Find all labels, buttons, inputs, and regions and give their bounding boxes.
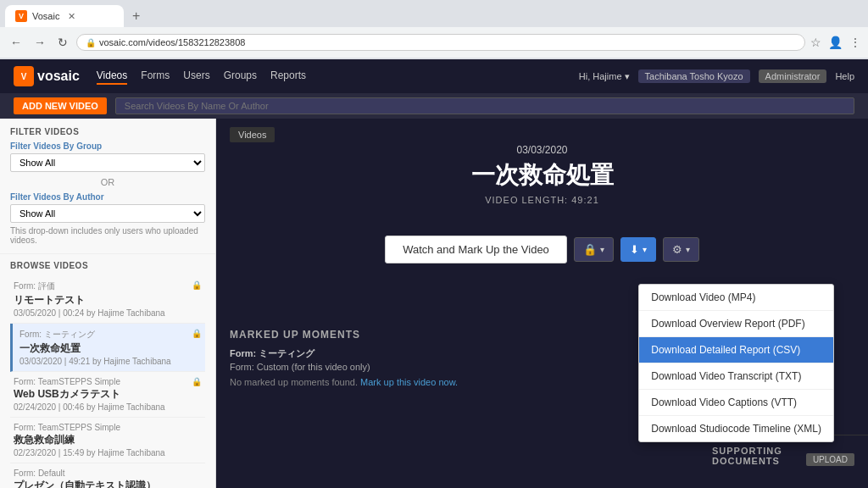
video-title: リモートテスト xyxy=(14,293,202,308)
nav-users[interactable]: Users xyxy=(183,68,209,85)
download-button[interactable]: ⬇ ▾ xyxy=(620,237,656,262)
supporting-header: SUPPORTING DOCUMENTS UPLOAD xyxy=(712,446,854,473)
video-meta: 02/24/2020 | 00:46 by Hajime Tachibana xyxy=(14,402,202,412)
app-nav: Videos Forms Users Groups Reports xyxy=(97,68,306,85)
lock-icon: 🔒 xyxy=(86,38,96,47)
video-lock-icon: 🔒 xyxy=(192,329,202,338)
lock-chevron-icon: ▾ xyxy=(600,245,604,254)
nav-videos[interactable]: Videos xyxy=(97,68,127,85)
browse-section: BROWSE VIDEOS Form: 評価 リモートテスト 03/05/202… xyxy=(0,254,215,488)
header-user[interactable]: Hi, Hajime ▾ xyxy=(579,71,630,82)
tab-title: Vosaic xyxy=(32,11,59,21)
marked-up-panel: MARKED UP MOMENTS Form: ミーティング Form: Cus… xyxy=(216,319,698,488)
breadcrumb-button[interactable]: Videos xyxy=(230,127,275,142)
gear-chevron-icon: ▾ xyxy=(686,245,690,254)
profile-icon[interactable]: 👤 xyxy=(828,36,843,49)
refresh-button[interactable]: ↻ xyxy=(54,34,71,51)
video-length: VIDEO LENGTH: 49:21 xyxy=(233,195,851,205)
filter-title: FILTER VIDEOS xyxy=(10,127,205,136)
video-meta: 02/23/2020 | 15:49 by Hajime Tachibana xyxy=(14,448,202,458)
gear-button[interactable]: ⚙ ▾ xyxy=(663,237,699,262)
dropdown-item[interactable]: Download Overview Report (PDF) xyxy=(639,311,833,337)
video-meta: 03/03/2020 | 49:21 by Hajime Tachibana xyxy=(19,357,202,366)
nav-groups[interactable]: Groups xyxy=(224,68,257,85)
video-title: 一次救命処置 xyxy=(19,341,202,356)
nav-forms[interactable]: Forms xyxy=(141,68,170,85)
video-item[interactable]: Form: TeamSTEPPS Simple Web USBカメラテスト 02… xyxy=(10,372,205,418)
filter-by-author-label: Filter Videos By Author xyxy=(10,192,205,202)
lock-icon: 🔒 xyxy=(583,243,597,256)
browser-tab[interactable]: V Vosaic ✕ xyxy=(5,5,124,27)
filter-by-group-select[interactable]: Show All xyxy=(10,153,205,172)
video-title: プレゼン（自動テキスト認識）_TEDxTokyo xyxy=(14,479,202,488)
video-item[interactable]: Form: Default プレゼン（自動テキスト認識）_TEDxTokyo 0… xyxy=(10,463,205,488)
video-form: Form: ミーティング xyxy=(19,329,202,341)
breadcrumb: Videos xyxy=(230,127,275,142)
header-org: Tachibana Tosho Kyozo xyxy=(638,69,750,83)
address-text: vosaic.com/videos/1583212823808 xyxy=(99,37,245,47)
bookmark-icon[interactable]: ☆ xyxy=(810,36,821,49)
video-form: Form: Default xyxy=(14,469,202,478)
nav-reports[interactable]: Reports xyxy=(270,68,306,85)
video-actions: Watch and Mark Up the Video 🔒 ▾ ⬇ ▾ ⚙ ▾ xyxy=(216,236,868,263)
back-button[interactable]: ← xyxy=(7,34,25,51)
video-list: Form: 評価 リモートテスト 03/05/2020 | 00:24 by H… xyxy=(10,275,205,488)
logo-icon: V xyxy=(14,66,34,86)
video-form: Form: TeamSTEPPS Simple xyxy=(14,423,202,432)
tab-close-icon[interactable]: ✕ xyxy=(68,11,75,22)
download-dropdown: Download Video (MP4)Download Overview Re… xyxy=(638,284,834,442)
dropdown-item[interactable]: Download Video (MP4) xyxy=(639,285,833,311)
tab-favicon: V xyxy=(15,10,27,22)
video-form: Form: TeamSTEPPS Simple xyxy=(14,377,202,386)
video-form: Form: 評価 xyxy=(14,280,202,292)
filter-note: This drop-down includes only users who u… xyxy=(10,226,205,245)
forward-button[interactable]: → xyxy=(31,34,49,51)
app-header: V vosaic Videos Forms Users Groups Repor… xyxy=(0,59,868,93)
watch-markup-button[interactable]: Watch and Mark Up the Video xyxy=(385,236,567,263)
video-date: 03/03/2020 xyxy=(233,144,851,156)
video-title: 救急救命訓練 xyxy=(14,433,202,447)
lock-button[interactable]: 🔒 ▾ xyxy=(574,237,614,262)
filter-or: OR xyxy=(10,177,205,187)
more-icon[interactable]: ⋮ xyxy=(849,36,861,49)
video-item[interactable]: Form: 評価 リモートテスト 03/05/2020 | 00:24 by H… xyxy=(10,275,205,324)
marked-up-form: Form: ミーティング xyxy=(230,347,685,360)
upload-button[interactable]: UPLOAD xyxy=(806,453,854,466)
add-video-button[interactable]: ADD NEW VIDEO xyxy=(14,97,107,114)
new-tab-button[interactable]: + xyxy=(127,7,145,25)
header-help[interactable]: Help xyxy=(835,71,854,81)
video-item[interactable]: Form: TeamSTEPPS Simple 救急救命訓練 02/23/202… xyxy=(10,418,205,463)
sidebar: FILTER VIDEOS Filter Videos By Group Sho… xyxy=(0,119,216,488)
video-item[interactable]: Form: ミーティング 一次救命処置 03/03/2020 | 49:21 b… xyxy=(10,324,205,372)
video-title: Web USBカメラテスト xyxy=(14,387,202,402)
markup-link[interactable]: Mark up this video now. xyxy=(360,377,458,387)
dropdown-item[interactable]: Download Video Captions (VTT) xyxy=(639,390,833,416)
dropdown-item[interactable]: Download Studiocode Timeline (XML) xyxy=(639,416,833,441)
no-moments-text: No marked up moments found. Mark up this… xyxy=(230,377,685,387)
main-content: Videos 03/03/2020 一次救命処置 VIDEO LENGTH: 4… xyxy=(216,119,868,488)
filter-section: FILTER VIDEOS Filter Videos By Group Sho… xyxy=(0,119,215,254)
filter-by-group-label: Filter Videos By Group xyxy=(10,141,205,151)
header-admin: Administrator xyxy=(759,69,827,83)
logo: V vosaic xyxy=(14,66,80,86)
dropdown-item[interactable]: Download Detailed Report (CSV) xyxy=(639,337,833,363)
video-info: 03/03/2020 一次救命処置 VIDEO LENGTH: 49:21 xyxy=(216,127,868,222)
video-lock-icon: 🔒 xyxy=(192,280,202,290)
search-input[interactable] xyxy=(115,97,854,114)
supporting-title: SUPPORTING DOCUMENTS xyxy=(712,446,806,466)
filter-by-author-select[interactable]: Show All xyxy=(10,204,205,223)
video-lock-icon: 🔒 xyxy=(192,377,202,386)
marked-up-custom: Form: Custom (for this video only) xyxy=(230,362,685,372)
supporting-docs: SUPPORTING DOCUMENTS UPLOAD xyxy=(698,435,868,488)
dropdown-item[interactable]: Download Video Transcript (TXT) xyxy=(639,363,833,390)
address-bar[interactable]: 🔒 vosaic.com/videos/1583212823808 xyxy=(76,34,805,51)
marked-up-title: MARKED UP MOMENTS xyxy=(230,329,685,341)
video-meta: 03/05/2020 | 00:24 by Hajime Tachibana xyxy=(14,308,202,318)
header-right: Hi, Hajime ▾ Tachibana Tosho Kyozo Admin… xyxy=(579,69,854,83)
download-chevron-icon: ▾ xyxy=(643,245,647,254)
content-area: FILTER VIDEOS Filter Videos By Group Sho… xyxy=(0,119,868,488)
download-icon: ⬇ xyxy=(630,243,639,256)
sub-header: ADD NEW VIDEO xyxy=(0,93,868,119)
video-title-main: 一次救命処置 xyxy=(233,159,851,191)
logo-text: vosaic xyxy=(37,69,80,84)
